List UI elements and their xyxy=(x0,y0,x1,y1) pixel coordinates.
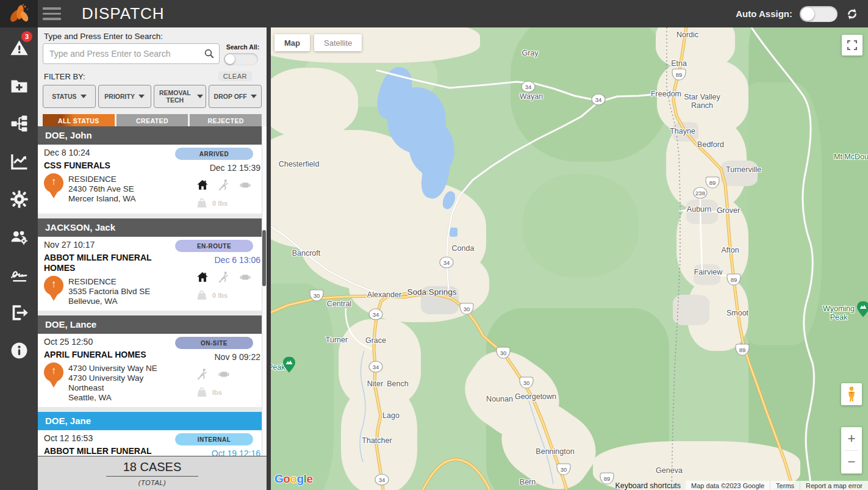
peak-pin-icon xyxy=(856,301,868,318)
chart-line-icon xyxy=(10,152,29,171)
map-town-label: Grover xyxy=(717,206,740,215)
map-town-label: Bedford xyxy=(697,140,724,149)
removal-tech-icon xyxy=(196,367,209,381)
address-line: Seattle, WA xyxy=(68,393,175,403)
map-canvas[interactable]: Nordic Gray Etna Wayan Freedom Star Vall… xyxy=(267,27,868,490)
map-view-button[interactable]: Map xyxy=(274,34,310,51)
chevron-down-icon xyxy=(138,95,145,98)
refresh-icon[interactable] xyxy=(845,7,859,21)
sidebar-item-workflow[interactable] xyxy=(0,104,38,142)
status-tab[interactable]: REJECTED xyxy=(190,114,262,127)
search-all-toggle[interactable] xyxy=(224,53,258,65)
clear-filters-button[interactable]: CLEAR xyxy=(218,71,252,81)
google-logo[interactable]: Google xyxy=(274,472,312,486)
route-shield: 34 xyxy=(440,257,454,268)
case-weight: 0 lbs xyxy=(212,200,228,207)
map-town-label: Fairview xyxy=(694,268,723,276)
weight-icon xyxy=(196,386,208,398)
location-pin-icon: ↑ xyxy=(44,362,63,391)
removal-tech-icon xyxy=(217,270,231,284)
sidebar-item-info[interactable] xyxy=(0,331,38,369)
address-line: 4730 University Way NE xyxy=(68,364,175,373)
case-count: 18 CASES xyxy=(106,460,199,477)
map-town-label: Thayne xyxy=(670,127,695,135)
case-address: RESIDENCE2430 76th Ave SEMercer Island, … xyxy=(68,173,136,204)
funeral-home-name: CSS FUNERALS xyxy=(44,160,175,171)
route-shield: 34 xyxy=(369,309,383,320)
icon-sidebar: 3 xyxy=(0,27,38,490)
map-town-label: Bern xyxy=(520,478,536,486)
pegman-button[interactable] xyxy=(841,383,862,405)
logout-icon xyxy=(10,303,29,322)
case-address: RESIDENCE3535 Factoria Blvd SEBellevue, … xyxy=(68,276,150,306)
status-tab[interactable]: CREATED xyxy=(117,114,188,127)
case-card[interactable]: DOE, Jane Oct 12 16:53 ABBOT MILLER FUNE… xyxy=(38,412,267,456)
map-town-label: Bancroft xyxy=(292,249,321,258)
auto-assign-toggle[interactable] xyxy=(800,6,838,22)
map-town-label: Alexander xyxy=(367,290,401,299)
auto-assign-label: Auto Assign: xyxy=(736,9,792,19)
filter-dropdown[interactable]: REMOVAL TECH xyxy=(154,85,207,108)
sidebar-item-signature[interactable] xyxy=(0,256,38,294)
map-data-attribution: Map data ©2023 Google xyxy=(686,481,770,490)
satellite-view-button[interactable]: Satellite xyxy=(314,34,362,51)
map-town-label: Etna xyxy=(671,59,687,68)
case-card[interactable]: DOE, John Dec 8 10:24 CSS FUNERALS ↑ RES… xyxy=(38,126,267,214)
filter-dropdown[interactable]: PRIORITY xyxy=(98,85,151,108)
report-map-error-link[interactable]: Report a map error xyxy=(800,481,868,490)
map-town-label: Bench xyxy=(387,380,408,388)
map-town-label: Lago xyxy=(382,411,400,420)
case-count-total-label: (TOTAL) xyxy=(138,479,166,486)
sidebar-item-reports[interactable] xyxy=(0,142,38,180)
dispatch-app: DISPATCH Auto Assign: 3 xyxy=(0,0,868,490)
status-tab[interactable]: ALL STATUS xyxy=(43,114,115,127)
map-town-label: Smoot xyxy=(726,309,748,317)
mask-icon xyxy=(217,367,231,381)
zoom-out-button[interactable]: − xyxy=(841,451,862,474)
filter-dropdown[interactable]: DROP OFF xyxy=(209,85,262,108)
case-card[interactable]: DOE, Lance Oct 25 12:50 APRIL FUNERAL HO… xyxy=(38,315,267,407)
sidebar-item-alerts[interactable]: 3 xyxy=(0,29,38,67)
weight-icon xyxy=(196,289,208,301)
status-time: Nov 9 09:22 xyxy=(175,352,260,362)
panel-map-divider xyxy=(267,27,271,490)
case-count-footer: 18 CASES (TOTAL) xyxy=(38,456,267,490)
status-time: Dec 12 15:39 xyxy=(175,163,260,173)
zoom-in-button[interactable]: + xyxy=(841,427,862,450)
list-scrollbar-thumb[interactable] xyxy=(262,230,266,286)
filter-dropdown[interactable]: STATUS xyxy=(43,85,96,108)
search-input[interactable] xyxy=(43,43,220,64)
funeral-home-name: ABBOT MILLER FUNERAL HOMES xyxy=(44,446,175,456)
chevron-down-icon xyxy=(197,95,203,98)
case-card[interactable]: JACKSON, Jack Nov 27 10:17 ABBOT MILLER … xyxy=(38,218,267,311)
case-list: DOE, John Dec 8 10:24 CSS FUNERALS ↑ RES… xyxy=(38,126,267,456)
terms-link[interactable]: Terms xyxy=(770,481,800,490)
map-town-label: Star Valley Ranch xyxy=(676,93,728,110)
route-shield: 89 xyxy=(736,344,750,356)
peak-pin-icon xyxy=(282,357,296,373)
filter-by-label: FILTER BY: xyxy=(44,72,85,81)
filter-dropdown-label: PRIORITY xyxy=(104,93,135,100)
search-icon xyxy=(204,48,215,59)
sidebar-item-logout[interactable] xyxy=(0,294,38,331)
status-tabs: ALL STATUS CREATED REJECTED xyxy=(38,114,267,127)
list-scrollbar xyxy=(262,126,267,456)
filter-dropdowns: STATUS PRIORITY REMOVAL TECH DROP OFF xyxy=(38,85,267,108)
sidebar-item-settings[interactable] xyxy=(0,180,38,218)
case-name: DOE, Jane xyxy=(38,412,267,430)
app-logo[interactable] xyxy=(0,0,38,27)
case-created-time: Dec 8 10:24 xyxy=(44,148,175,158)
route-shield: 34 xyxy=(592,94,606,106)
top-bar: DISPATCH Auto Assign: xyxy=(0,0,868,27)
hamburger-menu-button[interactable] xyxy=(41,5,68,23)
case-name: DOE, Lance xyxy=(38,315,267,334)
gear-icon xyxy=(10,190,29,209)
location-pin-icon: ↑ xyxy=(44,173,63,201)
map-town-label: Auburn xyxy=(687,205,711,214)
map-town-label: Turnerville xyxy=(726,165,761,174)
sidebar-item-team[interactable] xyxy=(0,218,38,256)
sidebar-item-new-case[interactable] xyxy=(0,67,38,104)
keyboard-shortcuts-link[interactable]: Keyboard shortcuts xyxy=(610,481,686,490)
chevron-down-icon xyxy=(251,95,257,98)
fullscreen-button[interactable] xyxy=(842,35,863,56)
